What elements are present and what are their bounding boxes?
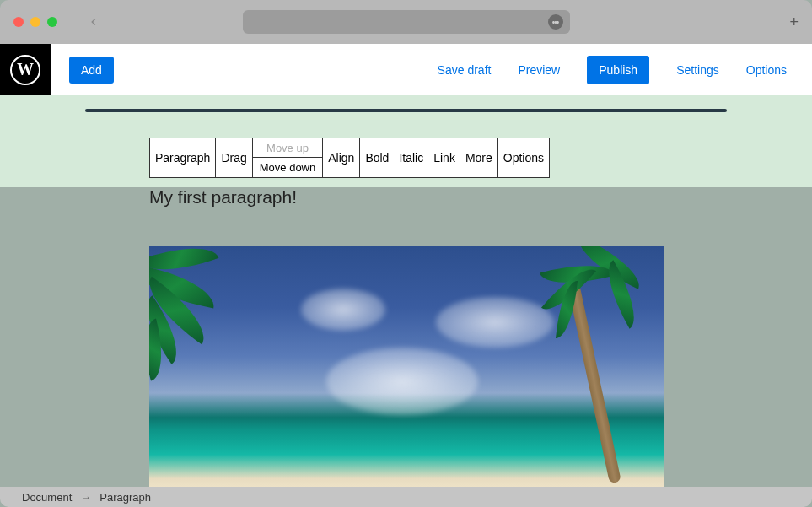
link-button[interactable]: Link: [428, 138, 460, 177]
app-header: W Add Save draft Preview Publish Setting…: [0, 44, 812, 95]
save-draft-button[interactable]: Save draft: [438, 63, 492, 77]
close-window-button[interactable]: [13, 17, 24, 27]
block-options-button[interactable]: Options: [498, 138, 549, 177]
italic-button[interactable]: Italic: [394, 138, 428, 177]
block-toolbar: Paragraph Drag Move up Move down Align B…: [149, 138, 550, 178]
decorative-cloud: [301, 289, 385, 331]
title-placeholder-line[interactable]: [85, 109, 727, 112]
maximize-window-button[interactable]: [47, 17, 57, 27]
url-bar[interactable]: •••: [243, 10, 570, 34]
back-button[interactable]: [88, 16, 99, 28]
options-button[interactable]: Options: [746, 63, 787, 77]
move-down-button[interactable]: Move down: [253, 158, 322, 177]
preview-button[interactable]: Preview: [518, 63, 560, 77]
wordpress-icon: W: [10, 55, 40, 85]
block-type-selector[interactable]: Paragraph: [150, 138, 216, 177]
add-block-button[interactable]: Add: [69, 57, 114, 84]
editor-header-area: Paragraph Drag Move up Move down Align B…: [0, 95, 812, 187]
new-tab-button[interactable]: +: [789, 13, 799, 31]
breadcrumb-bar: Document → Paragraph: [0, 487, 812, 507]
breadcrumb-current[interactable]: Paragraph: [99, 491, 151, 504]
window-titlebar: ••• +: [0, 0, 812, 44]
breadcrumb-root[interactable]: Document: [22, 491, 72, 504]
wordpress-logo[interactable]: W: [0, 44, 51, 95]
image-block[interactable]: [149, 246, 664, 491]
editor-content: My first paragraph!: [149, 187, 663, 491]
align-button[interactable]: Align: [323, 138, 360, 177]
paragraph-block[interactable]: My first paragraph!: [149, 187, 663, 208]
chevron-right-icon: →: [80, 491, 91, 504]
decorative-cloud: [326, 348, 478, 415]
drag-handle[interactable]: Drag: [216, 138, 252, 177]
settings-button[interactable]: Settings: [676, 63, 719, 77]
publish-button[interactable]: Publish: [587, 56, 649, 84]
decorative-cloud: [436, 297, 554, 348]
decorative-palm: [537, 246, 664, 483]
move-up-button[interactable]: Move up: [253, 138, 322, 158]
minimize-window-button[interactable]: [30, 17, 40, 27]
decorative-palm: [149, 246, 259, 407]
url-menu-icon[interactable]: •••: [548, 14, 563, 30]
window-controls: [13, 17, 57, 27]
more-button[interactable]: More: [460, 138, 498, 177]
bold-button[interactable]: Bold: [360, 138, 394, 177]
